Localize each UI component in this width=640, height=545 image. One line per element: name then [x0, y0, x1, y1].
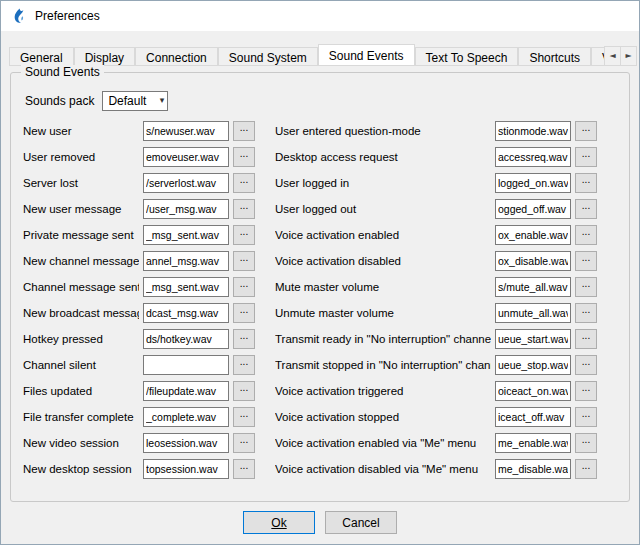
sound-event-label: Unmute master volume — [275, 307, 491, 319]
sound-file-input[interactable] — [143, 407, 229, 427]
sound-event-row: Channel message sent ... — [23, 277, 255, 297]
browse-button[interactable]: ... — [575, 277, 597, 297]
sound-file-input[interactable] — [143, 199, 229, 219]
sound-file-input[interactable] — [495, 121, 571, 141]
tab-scroll-right-icon[interactable]: ► — [620, 46, 637, 66]
tab-connection[interactable]: Connection — [135, 47, 218, 66]
sound-file-input[interactable] — [143, 329, 229, 349]
tab-scroll-left-icon[interactable]: ◄ — [604, 46, 621, 66]
browse-button[interactable]: ... — [233, 199, 255, 219]
sound-event-label: Voice activation enabled via "Me" menu — [275, 437, 491, 449]
sounds-pack-label: Sounds pack — [25, 94, 94, 108]
events-right-column: User entered question-mode ... Desktop a… — [275, 121, 597, 479]
sound-file-input[interactable] — [495, 277, 571, 297]
browse-button[interactable]: ... — [233, 277, 255, 297]
browse-button[interactable]: ... — [575, 147, 597, 167]
sound-file-input[interactable] — [495, 459, 571, 479]
sound-file-input[interactable] — [143, 355, 229, 375]
sound-file-input[interactable] — [495, 251, 571, 271]
sound-event-row: Voice activation enabled ... — [275, 225, 597, 245]
browse-button[interactable]: ... — [575, 121, 597, 141]
sound-file-input[interactable] — [495, 355, 571, 375]
sound-file-input[interactable] — [495, 199, 571, 219]
ok-button[interactable]: Ok — [243, 511, 315, 534]
browse-button[interactable]: ... — [575, 173, 597, 193]
browse-button[interactable]: ... — [575, 303, 597, 323]
sound-event-label: Transmit stopped in "No interruption" ch… — [275, 359, 491, 371]
sound-file-input[interactable] — [495, 303, 571, 323]
browse-button[interactable]: ... — [233, 303, 255, 323]
sound-event-label: Transmit ready in "No interruption" chan… — [275, 333, 491, 345]
sound-event-label: User removed — [23, 151, 139, 163]
sound-file-input[interactable] — [143, 147, 229, 167]
sound-event-label: Voice activation enabled — [275, 229, 491, 241]
sound-file-input[interactable] — [495, 329, 571, 349]
sound-event-row: New user ... — [23, 121, 255, 141]
browse-button[interactable]: ... — [233, 407, 255, 427]
sound-file-input[interactable] — [143, 303, 229, 323]
browse-button[interactable]: ... — [233, 355, 255, 375]
browse-button[interactable]: ... — [575, 433, 597, 453]
sound-event-row: New broadcast message ... — [23, 303, 255, 323]
sound-file-input[interactable] — [495, 147, 571, 167]
preferences-dialog: Preferences GeneralDisplayConnectionSoun… — [0, 0, 640, 545]
sound-event-row: New user message ... — [23, 199, 255, 219]
sound-event-label: Voice activation triggered — [275, 385, 491, 397]
sound-event-row: Unmute master volume ... — [275, 303, 597, 323]
app-icon — [11, 8, 27, 24]
browse-button[interactable]: ... — [233, 225, 255, 245]
sound-file-input[interactable] — [143, 459, 229, 479]
sound-event-row: User removed ... — [23, 147, 255, 167]
sound-event-row: Hotkey pressed ... — [23, 329, 255, 349]
titlebar[interactable]: Preferences — [1, 1, 639, 31]
tab-sound-events[interactable]: Sound Events — [318, 44, 415, 66]
tab-shortcuts[interactable]: Shortcuts — [518, 47, 591, 66]
browse-button[interactable]: ... — [575, 251, 597, 271]
tab-scroll-spinner: ◄ ► — [605, 46, 637, 66]
browse-button[interactable]: ... — [233, 459, 255, 479]
sound-event-label: Hotkey pressed — [23, 333, 139, 345]
sound-file-input[interactable] — [143, 121, 229, 141]
sound-file-input[interactable] — [495, 381, 571, 401]
browse-button[interactable]: ... — [575, 381, 597, 401]
sound-event-row: Mute master volume ... — [275, 277, 597, 297]
sound-event-label: Channel message sent — [23, 281, 139, 293]
tab-text-to-speech[interactable]: Text To Speech — [415, 47, 519, 66]
tab-general[interactable]: General — [9, 47, 74, 66]
cancel-button[interactable]: Cancel — [325, 511, 397, 534]
sounds-pack-select[interactable]: Default ▾ — [102, 91, 168, 111]
browse-button[interactable]: ... — [233, 147, 255, 167]
sound-event-label: Private message sent — [23, 229, 139, 241]
sound-event-label: Channel silent — [23, 359, 139, 371]
sound-file-input[interactable] — [495, 433, 571, 453]
sound-event-label: New video session — [23, 437, 139, 449]
browse-button[interactable]: ... — [233, 433, 255, 453]
browse-button[interactable]: ... — [233, 173, 255, 193]
tab-display[interactable]: Display — [74, 47, 135, 66]
sound-file-input[interactable] — [143, 277, 229, 297]
browse-button[interactable]: ... — [575, 199, 597, 219]
browse-button[interactable]: ... — [575, 225, 597, 245]
browse-button[interactable]: ... — [575, 329, 597, 349]
groupbox-title: Sound Events — [21, 65, 104, 79]
sound-file-input[interactable] — [143, 225, 229, 245]
browse-button[interactable]: ... — [233, 251, 255, 271]
tab-sound-system[interactable]: Sound System — [218, 47, 318, 66]
window-title: Preferences — [35, 9, 100, 23]
sound-file-input[interactable] — [495, 225, 571, 245]
sound-event-row: Files updated ... — [23, 381, 255, 401]
browse-button[interactable]: ... — [575, 407, 597, 427]
sound-file-input[interactable] — [495, 407, 571, 427]
sound-event-row: Server lost ... — [23, 173, 255, 193]
sound-event-label: Files updated — [23, 385, 139, 397]
browse-button[interactable]: ... — [575, 355, 597, 375]
browse-button[interactable]: ... — [233, 329, 255, 349]
browse-button[interactable]: ... — [233, 121, 255, 141]
browse-button[interactable]: ... — [233, 381, 255, 401]
sound-file-input[interactable] — [143, 381, 229, 401]
browse-button[interactable]: ... — [575, 459, 597, 479]
sound-file-input[interactable] — [143, 173, 229, 193]
sound-file-input[interactable] — [143, 433, 229, 453]
sound-file-input[interactable] — [143, 251, 229, 271]
sound-file-input[interactable] — [495, 173, 571, 193]
